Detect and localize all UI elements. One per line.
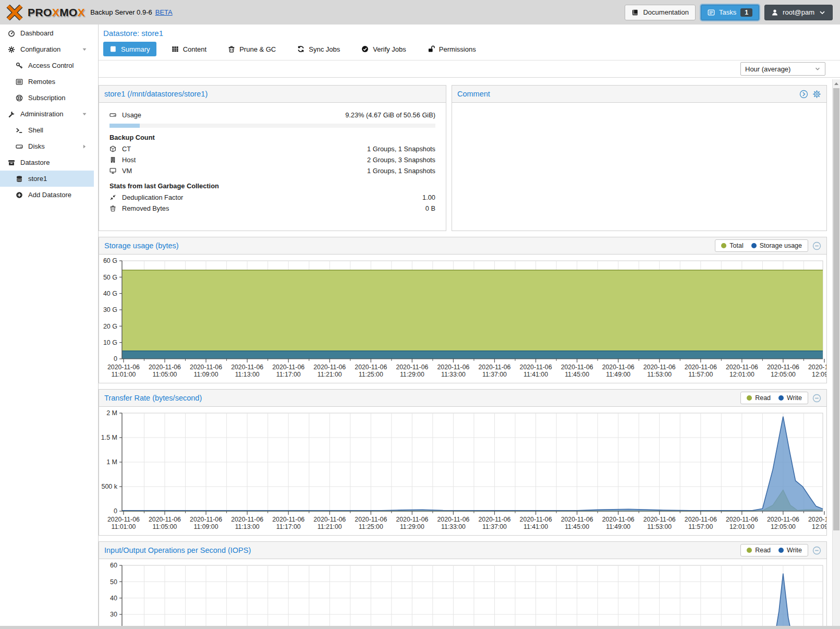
row-label: Removed Bytes [122,204,169,212]
tab-label: Content [183,45,207,53]
usage-progress-bar [109,124,435,128]
collapse-panel-icon[interactable] [812,546,821,555]
svg-text:2020-11-06: 2020-11-06 [149,516,181,523]
legend-entry-read[interactable]: Read [747,394,771,402]
tab-label: Sync Jobs [309,45,340,53]
sidebar-item-configuration[interactable]: Configuration [0,41,94,57]
svg-text:2020-11-06: 2020-11-06 [313,364,346,371]
collapse-panel-icon[interactable] [812,394,821,403]
hdd-icon [109,112,118,118]
svg-text:2020-11-06: 2020-11-06 [602,364,635,371]
svg-text:11:53:00: 11:53:00 [647,371,672,378]
legend-entry-write[interactable]: Write [778,394,802,402]
svg-text:2020-11-06: 2020-11-06 [808,516,826,523]
sidebar-item-administration[interactable]: Administration [0,106,94,122]
svg-text:2020-11-06: 2020-11-06 [355,516,387,523]
trash-icon [109,205,118,212]
time-range-select[interactable]: Hour (average) [740,62,825,76]
tab-content[interactable]: Content [165,42,213,56]
transfer-rate-legend: ReadWrite [740,392,808,404]
datastore-info-panel-header: store1 (/mnt/datastores/store1) [99,86,446,103]
user-menu-button[interactable]: root@pam [764,5,833,20]
window-bottom-edge [0,626,840,629]
svg-text:11:37:00: 11:37:00 [482,371,507,378]
svg-text:12:01:00: 12:01:00 [729,523,754,530]
storage-usage-chart-panel: Storage usage (bytes) TotalStorage usage… [99,237,827,383]
tab-permissions[interactable]: Permissions [421,42,482,56]
legend-entry-storage-usage[interactable]: Storage usage [751,242,802,249]
beta-link[interactable]: BETA [155,8,173,16]
svg-text:2020-11-06: 2020-11-06 [767,516,799,523]
svg-text:50: 50 [110,578,117,586]
sidebar-item-shell[interactable]: Shell [0,122,94,138]
backup-count-row: CT1 Groups, 1 Snapshots [109,143,435,154]
svg-text:2020-11-06: 2020-11-06 [396,364,428,371]
backup-count-heading: Backup Count [109,134,435,141]
tab-sync-jobs[interactable]: Sync Jobs [291,42,346,56]
top-bar: PROXMOX Backup Server 0.9-6 BETA Documen… [0,0,840,25]
sidebar-item-label: Dashboard [20,29,54,37]
collapse-panel-icon[interactable] [812,241,821,250]
sidebar-item-subscription[interactable]: Subscription [0,90,94,106]
sidebar-item-datastore[interactable]: Datastore [0,154,94,171]
gc-stats-row: Removed Bytes0 B [109,203,435,214]
sidebar-item-disks[interactable]: Disks [0,138,94,154]
svg-text:12:05:00: 12:05:00 [771,523,796,530]
topbar-actions: Documentation Tasks 1 root@pam [625,5,833,20]
usage-progress-fill [109,124,140,128]
scrollbar-thumb[interactable] [833,88,839,530]
svg-text:30: 30 [110,611,117,618]
archive-icon [7,159,16,166]
proxmox-backup-server-window: PROXMOX Backup Server 0.9-6 BETA Documen… [0,0,840,629]
sidebar-item-dashboard[interactable]: Dashboard [0,25,94,41]
vertical-scrollbar[interactable] [832,79,840,629]
sidebar-item-add-datastore[interactable]: Add Datastore [0,187,94,203]
sync-icon [297,45,305,53]
documentation-button[interactable]: Documentation [625,5,695,20]
sidebar-item-access-control[interactable]: Access Control [0,57,94,74]
sidebar-item-label: Access Control [28,62,74,69]
svg-text:2020-11-06: 2020-11-06 [437,516,469,523]
svg-text:12:05:00: 12:05:00 [771,371,796,378]
legend-entry-read[interactable]: Read [747,547,771,554]
tab-verify-jobs[interactable]: Verify Jobs [355,42,412,56]
gears-icon [7,46,16,53]
svg-text:2020-11-06: 2020-11-06 [190,364,222,371]
row-value: 1 Groups, 1 Snapshots [367,145,435,153]
sidebar-item-label: Administration [20,110,63,118]
backup-count-row: Host2 Groups, 3 Snapshots [109,154,435,165]
legend-entry-write[interactable]: Write [778,547,802,554]
legend-entry-total[interactable]: Total [721,242,743,249]
gc-stats-rows: Deduplication Factor1.00Removed Bytes0 B [109,192,435,214]
sidebar-item-label: Remotes [28,78,55,86]
svg-text:2020-11-06: 2020-11-06 [726,364,758,371]
storage-usage-chart-header: Storage usage (bytes) TotalStorage usage [99,237,826,255]
caret-right-icon[interactable] [82,144,87,149]
wordmark-segment: MO [59,6,78,18]
svg-text:0: 0 [114,355,117,362]
tab-summary[interactable]: Summary [103,42,156,56]
task-list-icon [708,9,715,16]
comment-submit-icon[interactable] [799,90,808,99]
caret-down-icon[interactable] [82,112,87,117]
sidebar-item-label: Disks [28,142,45,150]
svg-text:11:49:00: 11:49:00 [606,371,630,378]
svg-text:2020-11-06: 2020-11-06 [561,516,593,523]
row-value: 1 Groups, 1 Snapshots [367,167,435,175]
sidebar-item-remotes[interactable]: Remotes [0,74,94,90]
scroll-up-arrow[interactable] [833,79,840,88]
comment-settings-gear-icon[interactable] [812,90,821,99]
page-title: Datastore: store1 [99,25,840,40]
tab-prune-gc[interactable]: Prune & GC [222,42,282,56]
plus-circle-icon [15,191,24,199]
gc-stats-row: Deduplication Factor1.00 [109,192,435,203]
sidebar-item-store1[interactable]: store1 [0,171,94,187]
svg-text:2020-11-06: 2020-11-06 [479,516,511,523]
wordmark-segment: X [52,6,59,18]
datastore-info-panel: store1 (/mnt/datastores/store1) Usage 9.… [99,85,446,231]
legend-dot-icon [778,548,784,553]
tab-label: Summary [121,45,150,53]
tasks-button[interactable]: Tasks 1 [701,5,759,20]
svg-text:2020-11-06: 2020-11-06 [808,364,826,371]
caret-down-icon[interactable] [82,47,87,52]
